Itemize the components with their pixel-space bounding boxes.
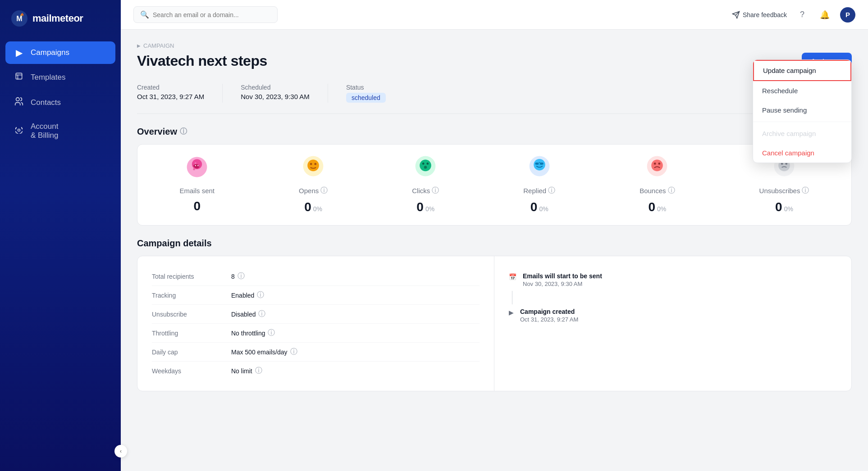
share-feedback-label: Share feedback (743, 11, 787, 18)
meta-created: Created Oct 31, 2023, 9:27 AM (137, 84, 223, 103)
search-icon: 🔍 (140, 10, 149, 19)
dropdown-item-update-campaign[interactable]: Update campaign (753, 60, 851, 81)
stat-emails-sent: Emails sent 0 (180, 156, 215, 213)
detail-value-unsubscribe: Disabled ⓘ (231, 309, 265, 319)
campaign-details-title-text: Campaign details (137, 238, 212, 249)
detail-label-recipients: Total recipients (152, 273, 224, 280)
sidebar-item-templates[interactable]: Templates (5, 66, 115, 89)
replied-info-icon[interactable]: ⓘ (548, 186, 555, 195)
replied-emoji (529, 155, 550, 181)
templates-icon (14, 72, 24, 83)
detail-row-daily-cap: Daily cap Max 500 emails/day ⓘ (152, 343, 480, 362)
notification-icon[interactable]: 🔔 (818, 8, 832, 22)
search-input[interactable] (153, 11, 271, 18)
timeline-send-icon: 📅 (509, 273, 516, 281)
stat-bounces: Bounces ⓘ 0 0% (640, 155, 675, 214)
svg-point-10 (195, 162, 196, 164)
unsubscribes-info-icon[interactable]: ⓘ (802, 186, 809, 195)
sidebar-logo: M mailmeteor (0, 0, 121, 37)
sidebar-item-label: Contacts (31, 98, 61, 107)
bounces-info-icon[interactable]: ⓘ (668, 186, 675, 195)
svg-rect-26 (540, 163, 544, 165)
clicks-value: 0 0% (416, 200, 434, 214)
sidebar: M mailmeteor ▶ Campaigns Templates Conta… (0, 0, 121, 471)
actions-dropdown-menu: Update campaign Reschedule Pause sending… (753, 59, 852, 163)
user-avatar[interactable]: P (840, 7, 855, 23)
help-icon[interactable]: ? (795, 8, 809, 22)
page-title: Vivatech next steps (137, 53, 267, 69)
throttling-info-icon[interactable]: ⓘ (268, 328, 275, 338)
meta-status-label: Status (346, 84, 386, 91)
details-grid: Total recipients 8 ⓘ Tracking Enabled ⓘ (137, 256, 851, 391)
bounces-emoji (646, 155, 668, 181)
svg-point-5 (16, 98, 19, 101)
dropdown-item-cancel-campaign[interactable]: Cancel campaign (753, 143, 851, 163)
detail-label-tracking: Tracking (152, 292, 224, 299)
sidebar-item-campaigns[interactable]: ▶ Campaigns (5, 41, 115, 64)
detail-row-weekdays: Weekdays No limit ⓘ (152, 362, 480, 380)
emails-sent-label: Emails sent (180, 187, 215, 195)
detail-value-recipients: 8 ⓘ (231, 272, 245, 281)
meta-status: Status scheduled (346, 84, 404, 103)
svg-point-19 (420, 160, 431, 172)
details-left-column: Total recipients 8 ⓘ Tracking Enabled ⓘ (137, 256, 494, 391)
unsubscribes-value: 0 0% (775, 200, 793, 214)
recipients-info-icon[interactable]: ⓘ (238, 272, 245, 281)
detail-label-unsubscribe: Unsubscribe (152, 311, 224, 318)
svg-text:M: M (16, 15, 22, 23)
clicks-emoji (415, 155, 436, 181)
search-bar[interactable]: 🔍 (133, 6, 278, 23)
breadcrumb-arrow-icon: ▶ (137, 43, 141, 48)
sidebar-item-label: Campaigns (31, 48, 69, 57)
detail-row-throttling: Throttling No throttling ⓘ (152, 324, 480, 343)
weekdays-info-icon[interactable]: ⓘ (255, 366, 262, 376)
detail-value-tracking: Enabled ⓘ (231, 290, 264, 300)
svg-rect-2 (16, 73, 22, 79)
detail-row-unsubscribe: Unsubscribe Disabled ⓘ (152, 305, 480, 324)
share-feedback-button[interactable]: Share feedback (732, 11, 787, 19)
daily-cap-info-icon[interactable]: ⓘ (290, 347, 297, 357)
logo-icon: M (11, 10, 28, 27)
logo-text: mailmeteor (32, 13, 83, 24)
overview-info-icon[interactable]: ⓘ (180, 127, 187, 136)
meta-created-value: Oct 31, 2023, 9:27 AM (137, 93, 204, 100)
campaign-details-section-title: Campaign details (137, 238, 852, 249)
detail-label-daily-cap: Daily cap (152, 349, 224, 356)
emails-sent-value: 0 (193, 199, 201, 213)
campaign-details-card: Total recipients 8 ⓘ Tracking Enabled ⓘ (137, 256, 852, 391)
opens-label: Opens ⓘ (299, 186, 328, 195)
contacts-icon (14, 96, 24, 109)
detail-value-daily-cap: Max 500 emails/day ⓘ (231, 347, 297, 357)
sidebar-item-account-billing[interactable]: Account& Billing (5, 116, 115, 146)
svg-point-29 (654, 163, 656, 165)
unsubscribe-info-icon[interactable]: ⓘ (258, 309, 265, 319)
sidebar-item-contacts[interactable]: Contacts (5, 91, 115, 114)
detail-label-throttling: Throttling (152, 330, 224, 337)
svg-point-17 (315, 163, 317, 165)
tracking-info-icon[interactable]: ⓘ (257, 290, 264, 300)
dropdown-item-pause-sending[interactable]: Pause sending (753, 100, 851, 120)
topbar-right: Share feedback ? 🔔 P (732, 7, 855, 23)
breadcrumb: ▶ CAMPAIGN (137, 42, 852, 49)
dropdown-container: Update campaign Reschedule Pause sending… (753, 59, 852, 163)
detail-value-weekdays: No limit ⓘ (231, 366, 262, 376)
bounces-label: Bounces ⓘ (640, 186, 675, 195)
unsubscribes-label: Unsubscribes ⓘ (759, 186, 809, 195)
replied-value: 0 0% (530, 200, 548, 214)
timeline-item-created: ▶ Campaign created Oct 31, 2023, 9:27 AM (509, 303, 837, 328)
account-billing-icon (14, 126, 24, 137)
dropdown-divider (753, 122, 851, 122)
detail-row-recipients: Total recipients 8 ⓘ (152, 267, 480, 286)
stat-clicks: Clicks ⓘ 0 0% (412, 155, 439, 214)
details-right-column: 📅 Emails will start to be sent Nov 30, 2… (494, 256, 851, 391)
dropdown-item-reschedule[interactable]: Reschedule (753, 81, 851, 100)
sidebar-item-label: Templates (31, 73, 65, 82)
clicks-info-icon[interactable]: ⓘ (432, 186, 439, 195)
bounces-value: 0 0% (648, 200, 666, 214)
timeline-send-date: Nov 30, 2023, 9:30 AM (523, 281, 602, 287)
timeline-item-send: 📅 Emails will start to be sent Nov 30, 2… (509, 267, 837, 293)
opens-info-icon[interactable]: ⓘ (320, 186, 328, 195)
stat-unsubscribes: Unsubscribes ⓘ 0 0% (759, 155, 809, 214)
stat-opens: Opens ⓘ 0 0% (299, 155, 328, 214)
dropdown-item-archive-campaign: Archive campaign (753, 124, 851, 143)
